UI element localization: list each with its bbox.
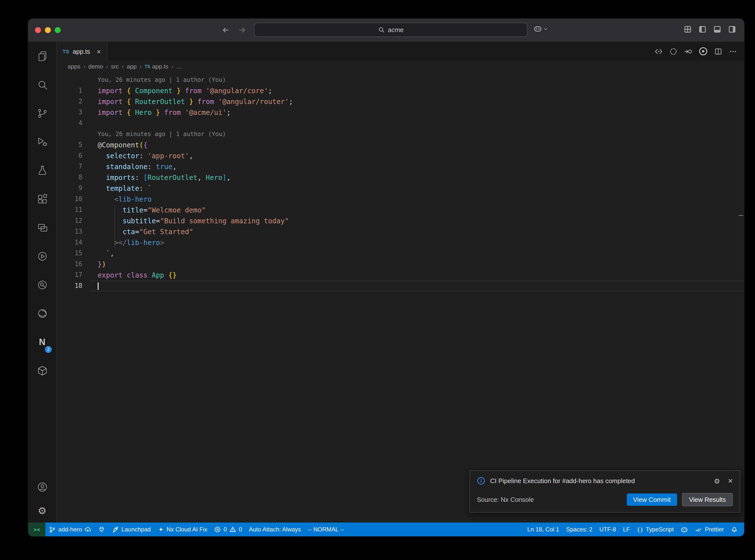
- blame-row[interactable]: You, 26 minutes ago | 1 author (You): [57, 129, 744, 140]
- run-file-button[interactable]: [699, 47, 708, 56]
- breadcrumb-label: apps: [67, 63, 80, 70]
- code-row[interactable]: 5@Component({: [57, 140, 744, 151]
- git-branch-icon: [36, 107, 48, 119]
- tab-app-ts[interactable]: TS app.ts ×: [57, 42, 107, 61]
- code-row[interactable]: 14 ></lib-hero>: [57, 237, 744, 248]
- formatter-label: Prettier: [705, 526, 724, 533]
- copilot-menu[interactable]: [534, 25, 548, 33]
- code-row[interactable]: 12 subtitle="Build something amazing tod…: [57, 215, 744, 226]
- status-formatter[interactable]: Prettier: [692, 522, 728, 536]
- line-number: 15: [57, 248, 89, 259]
- activity-item-remote-explorer[interactable]: [28, 214, 56, 242]
- activity-item-task-runner[interactable]: [28, 242, 56, 271]
- beaker-icon: [36, 165, 48, 177]
- status-problems[interactable]: 0 0: [211, 522, 245, 536]
- code-row[interactable]: 4: [57, 118, 744, 129]
- code-line-content: }): [89, 259, 744, 269]
- toggle-sidebar-right-icon[interactable]: [728, 25, 736, 34]
- line-number: 18: [57, 280, 89, 291]
- editor-actions: [654, 42, 737, 61]
- language-label: TypeScript: [646, 526, 674, 533]
- activity-item-run-debug[interactable]: [28, 128, 56, 156]
- zoom-window-button[interactable]: [55, 27, 61, 33]
- code-row[interactable]: 16}): [57, 259, 744, 269]
- status-nx-cloud-ai-fix[interactable]: Nx Cloud AI Fix: [154, 522, 211, 536]
- activity-item-search[interactable]: [28, 71, 56, 99]
- status-indentation[interactable]: Spaces: 2: [563, 522, 596, 536]
- code-row[interactable]: 1import { Component } from '@angular/cor…: [57, 85, 744, 96]
- code-row[interactable]: 6 selector: 'app-root',: [57, 151, 744, 161]
- status-eol[interactable]: LF: [620, 522, 633, 536]
- run-task-icon[interactable]: [684, 47, 692, 56]
- navigate-back-icon[interactable]: [220, 25, 231, 36]
- breadcrumb-label: …: [176, 63, 182, 70]
- activity-item-edge-tools[interactable]: [28, 299, 56, 328]
- chevron-right-icon: ›: [83, 63, 85, 70]
- code-lines: You, 26 minutes ago | 1 author (You)1imp…: [57, 75, 744, 291]
- toggle-panel-bottom-icon[interactable]: [713, 25, 721, 34]
- activity-item-testing[interactable]: [28, 156, 56, 185]
- gear-icon: ⚙: [38, 505, 46, 517]
- status-language[interactable]: {} TypeScript: [633, 522, 677, 536]
- activity-item-containers[interactable]: [28, 356, 56, 385]
- code-row[interactable]: 17export class App {}: [57, 269, 744, 280]
- code-line-content: title="Welcmoe demo": [89, 205, 744, 215]
- close-window-button[interactable]: [35, 27, 41, 33]
- status-cursor-position[interactable]: Ln 18, Col 1: [524, 522, 563, 536]
- breadcrumb-item[interactable]: demo: [88, 63, 103, 70]
- code-row[interactable]: 3import { Hero } from '@acme/ui';: [57, 107, 744, 118]
- code-line-content: [89, 280, 744, 291]
- plug-icon: [98, 526, 105, 533]
- breadcrumb-item[interactable]: apps: [67, 63, 80, 70]
- code-row[interactable]: 8 imports: [RouterOutlet, Hero],: [57, 172, 744, 183]
- blame-row[interactable]: You, 26 minutes ago | 1 author (You): [57, 75, 744, 85]
- code-line-content: imports: [RouterOutlet, Hero],: [89, 172, 744, 183]
- minimize-window-button[interactable]: [45, 27, 51, 33]
- command-center-search[interactable]: acme: [254, 23, 528, 37]
- code-row[interactable]: 9 template: `: [57, 183, 744, 194]
- code-row[interactable]: 7 standalone: true,: [57, 161, 744, 172]
- code-row[interactable]: 18: [57, 280, 744, 291]
- status-notifications[interactable]: [728, 522, 741, 536]
- traffic-lights: [35, 27, 61, 33]
- code-row[interactable]: 10 <lib-hero: [57, 194, 744, 205]
- split-editor-icon[interactable]: [714, 47, 722, 56]
- code-row[interactable]: 2import { RouterOutlet } from '@angular/…: [57, 96, 744, 107]
- status-launchpad[interactable]: Launchpad: [109, 522, 154, 536]
- code-row[interactable]: 13 cta="Get Started": [57, 226, 744, 237]
- code-row[interactable]: 15 `,: [57, 248, 744, 259]
- toggle-sidebar-left-icon[interactable]: [698, 25, 707, 34]
- account-button[interactable]: [28, 475, 56, 499]
- settings-button[interactable]: ⚙: [28, 499, 56, 522]
- line-number: 11: [57, 205, 89, 215]
- more-actions-icon[interactable]: [729, 47, 737, 56]
- open-changes-icon[interactable]: [654, 47, 663, 56]
- editor[interactable]: You, 26 minutes ago | 1 author (You)1imp…: [57, 73, 744, 522]
- notification-settings-icon[interactable]: ⚙: [714, 477, 720, 484]
- notification-close-icon[interactable]: ×: [728, 477, 733, 485]
- activity-item-nx-console[interactable]: N 2: [28, 328, 56, 356]
- status-copilot[interactable]: [677, 522, 692, 536]
- navigate-forward-icon[interactable]: [237, 25, 247, 36]
- close-tab-icon[interactable]: ×: [97, 47, 101, 55]
- breadcrumb-item[interactable]: app: [127, 63, 137, 70]
- status-plug[interactable]: [95, 522, 109, 536]
- activity-item-code-search[interactable]: [28, 271, 56, 299]
- view-results-button[interactable]: View Results: [682, 493, 733, 506]
- customize-layout-icon[interactable]: [683, 25, 692, 34]
- status-vim-mode[interactable]: -- NORMAL --: [304, 522, 347, 536]
- status-branch[interactable]: add-hero: [46, 522, 95, 536]
- code-row[interactable]: 11 title="Welcmoe demo": [57, 205, 744, 215]
- activity-item-source-control[interactable]: [28, 99, 56, 128]
- activity-item-explorer[interactable]: [28, 42, 56, 71]
- status-encoding[interactable]: UTF-8: [596, 522, 620, 536]
- remote-indicator[interactable]: ><: [28, 522, 46, 536]
- git-branch-icon: [49, 526, 56, 533]
- activity-item-extensions[interactable]: [28, 185, 56, 214]
- breadcrumb-item[interactable]: src: [111, 63, 119, 70]
- breadcrumb-item[interactable]: …: [176, 63, 182, 70]
- view-commit-button[interactable]: View Commit: [627, 494, 677, 506]
- dashed-circle-icon[interactable]: [669, 47, 678, 56]
- status-auto-attach[interactable]: Auto Attach: Always: [245, 522, 304, 536]
- breadcrumb-item[interactable]: TSapp.ts: [144, 63, 168, 70]
